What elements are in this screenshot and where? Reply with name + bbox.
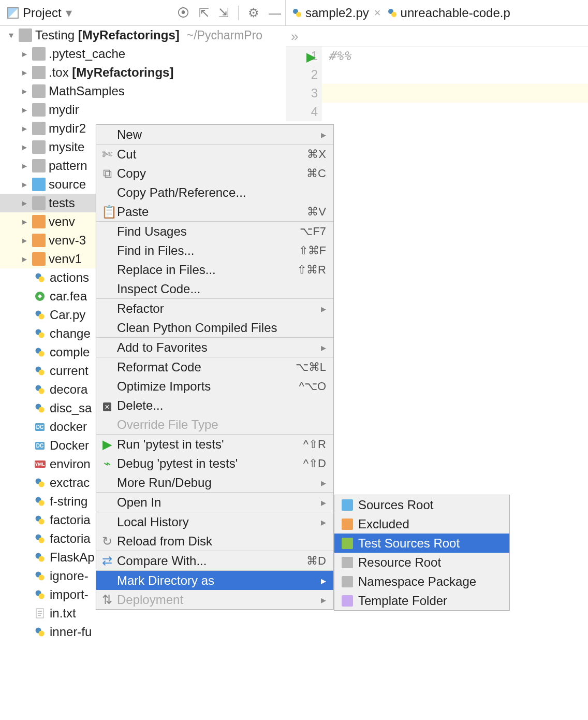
folder-icon	[32, 252, 46, 266]
menu-item[interactable]: Optimize Imports ^⌥O	[96, 377, 333, 396]
tree-label: factoria	[50, 531, 91, 546]
chevron-right-icon[interactable]	[17, 216, 32, 227]
menu-item[interactable]: ↻ Reload from Disk	[96, 531, 333, 551]
menu-shortcut: ^⇧R	[303, 438, 326, 451]
menu-item[interactable]: New ▸	[96, 125, 333, 144]
chevron-right-icon[interactable]	[17, 179, 32, 190]
menu-item[interactable]: ✄ Cut ⌘X	[96, 145, 333, 164]
editor-tab[interactable]: sample2.py ×	[292, 6, 381, 20]
menu-item-label: Clean Python Compiled Files	[117, 321, 326, 335]
submenu-arrow-icon: ▸	[321, 128, 326, 141]
menu-item[interactable]: ⌁ Debug 'pytest in tests' ^⇧D	[96, 454, 333, 473]
tree-folder[interactable]: .pytest_cache	[0, 45, 286, 63]
line-number: 3	[286, 84, 318, 103]
chevron-right-icon[interactable]	[17, 235, 32, 246]
menu-item[interactable]: Open In ▸	[96, 493, 333, 512]
tree-label: in.txt	[50, 606, 76, 621]
menu-item[interactable]: Refactor ▸	[96, 299, 333, 318]
menu-item[interactable]: More Run/Debug ▸	[96, 473, 333, 492]
chevron-right-icon[interactable]	[17, 104, 32, 116]
menu-item[interactable]: Reformat Code ⌥⌘L	[96, 357, 333, 377]
tree-label: docker	[50, 420, 87, 434]
menu-item[interactable]: Add to Favorites ▸	[96, 338, 333, 357]
project-selector[interactable]: Project ▾	[4, 4, 75, 22]
chevron-right-icon[interactable]	[17, 67, 32, 78]
chevron-down-icon[interactable]	[3, 30, 19, 41]
del-icon: ×	[101, 398, 113, 413]
submenu-item[interactable]: Resource Root	[334, 553, 509, 572]
chevron-right-icon[interactable]	[17, 197, 32, 209]
tree-label: Car.py	[50, 308, 85, 322]
menu-item[interactable]: × Delete...	[96, 396, 333, 415]
feature-file-icon	[33, 290, 47, 303]
py-file-icon	[33, 588, 47, 601]
submenu-item[interactable]: Template Folder	[334, 591, 509, 610]
breadcrumb-overflow[interactable]: »	[286, 26, 588, 47]
locate-icon[interactable]: ⦿	[177, 6, 189, 20]
menu-item[interactable]: Clean Python Compiled Files	[96, 318, 333, 337]
folder-color-icon	[342, 595, 353, 607]
submenu-label: Namespace Package	[358, 574, 476, 589]
compare-icon: ⇄	[101, 554, 113, 568]
menu-item[interactable]: Inspect Code...	[96, 279, 333, 298]
submenu-label: Sources Root	[358, 498, 433, 512]
editor-tab[interactable]: unreachable-code.p	[387, 6, 510, 20]
chevron-right-icon[interactable]	[17, 253, 32, 265]
menu-item[interactable]: Local History ▸	[96, 512, 333, 531]
folder-icon	[19, 28, 32, 42]
chevron-right-icon[interactable]	[17, 160, 32, 171]
menu-item-label: Add to Favorites	[117, 340, 321, 355]
py-file-icon	[33, 625, 47, 639]
submenu-label: Excluded	[358, 517, 409, 531]
code-line: #%%	[322, 47, 588, 65]
python-file-icon	[292, 8, 302, 18]
tree-label: Docker	[50, 438, 89, 453]
deploy-icon: ⇅	[101, 593, 113, 607]
menu-item-label: Replace in Files...	[117, 263, 297, 277]
submenu-item[interactable]: Namespace Package	[334, 572, 509, 591]
gutter: 1 2 3 4	[286, 47, 322, 121]
py-file-icon	[33, 383, 47, 396]
run-gutter-icon[interactable]: ▶	[306, 50, 316, 64]
submenu-arrow-icon: ▸	[321, 341, 326, 354]
menu-item-label: Copy Path/Reference...	[117, 185, 326, 200]
menu-item[interactable]: ▶ Run 'pytest in tests' ^⇧R	[96, 435, 333, 454]
tree-file[interactable]: inner-fu	[0, 623, 286, 641]
menu-item[interactable]: 📋 Paste ⌘V	[96, 202, 333, 221]
tree-folder[interactable]: mydir	[0, 100, 286, 119]
chevron-right-icon[interactable]	[17, 123, 32, 134]
menu-item[interactable]: Find in Files... ⇧⌘F	[96, 241, 333, 260]
py-file-icon	[33, 401, 47, 415]
project-icon	[7, 7, 19, 19]
tree-label: ignore-	[50, 569, 89, 583]
tree-label: current	[50, 364, 89, 378]
tree-folder[interactable]: MathSamples	[0, 82, 286, 100]
chevron-right-icon[interactable]	[17, 48, 32, 60]
tree-root[interactable]: Testing [MyRefactorings] ~/PycharmPro	[0, 26, 286, 45]
minimize-icon[interactable]: —	[269, 6, 281, 20]
menu-item[interactable]: Mark Directory as ▸	[96, 571, 333, 590]
submenu-item[interactable]: Excluded	[334, 514, 509, 534]
tree-folder[interactable]: .tox [MyRefactorings]	[0, 63, 286, 82]
expand-icon[interactable]: ⇱	[199, 6, 209, 20]
collapse-icon[interactable]: ⇲	[218, 6, 229, 20]
context-menu: New ▸ ✄ Cut ⌘X ⧉ Copy ⌘C Copy Path/Refer…	[96, 124, 334, 610]
gear-icon[interactable]: ⚙	[248, 6, 259, 20]
folder-icon	[32, 140, 46, 154]
submenu-item[interactable]: Sources Root	[334, 495, 509, 514]
menu-item[interactable]: Find Usages ⌥F7	[96, 222, 333, 241]
submenu-item[interactable]: Test Sources Root	[334, 534, 509, 553]
chevron-right-icon[interactable]	[17, 85, 32, 97]
chevron-right-icon[interactable]	[17, 141, 32, 153]
close-icon[interactable]: ×	[374, 6, 381, 20]
menu-item[interactable]: Replace in Files... ⇧⌘R	[96, 260, 333, 279]
tree-label: environ	[50, 457, 91, 471]
svg-point-28	[39, 556, 45, 562]
menu-item[interactable]: ⧉ Copy ⌘C	[96, 164, 333, 183]
code-area[interactable]: #%%	[322, 47, 588, 121]
svg-point-14	[39, 370, 45, 376]
menu-item[interactable]: Copy Path/Reference...	[96, 183, 333, 202]
menu-item[interactable]: ⇄ Compare With... ⌘D	[96, 551, 333, 570]
tree-label: change	[50, 326, 91, 341]
tree-path: ~/PycharmPro	[187, 28, 262, 42]
